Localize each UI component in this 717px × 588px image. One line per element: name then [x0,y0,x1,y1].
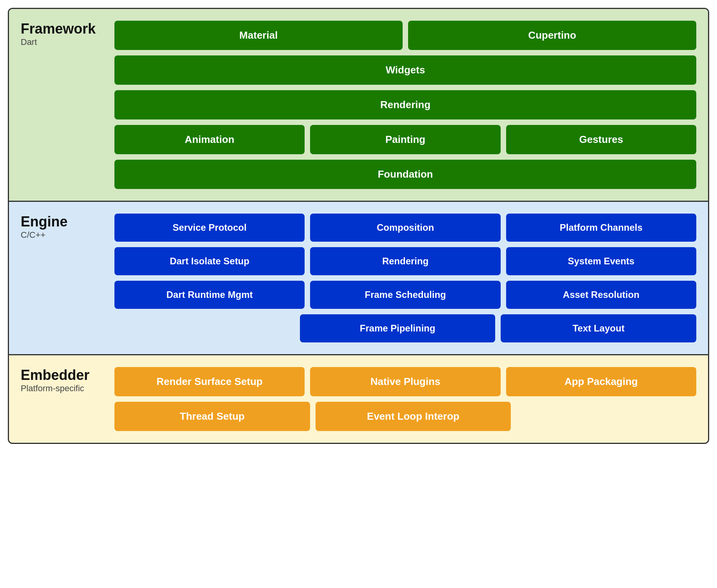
foundation-button[interactable]: Foundation [114,160,696,189]
engine-row-2: Dart Isolate Setup Rendering System Even… [114,247,696,275]
rendering-fw-button[interactable]: Rendering [114,90,696,119]
thread-setup-button[interactable]: Thread Setup [114,402,310,431]
service-protocol-button[interactable]: Service Protocol [114,214,305,242]
embedder-row-2: Thread Setup Event Loop Interop [114,402,696,431]
embedder-content: Render Surface Setup Native Plugins App … [114,367,696,431]
framework-title: Framework [21,21,107,37]
framework-content: Material Cupertino Widgets Rendering Ani… [114,21,696,189]
engine-label: Engine C/C++ [21,214,107,240]
engine-subtitle: C/C++ [21,230,107,240]
event-loop-interop-button[interactable]: Event Loop Interop [316,402,511,431]
engine-row4-spacer [114,314,294,342]
material-button[interactable]: Material [114,21,403,50]
embedder-row2-spacer [516,402,696,431]
frame-pipelining-button[interactable]: Frame Pipelining [300,314,496,342]
engine-content: Service Protocol Composition Platform Ch… [114,214,696,342]
system-events-button[interactable]: System Events [506,247,696,275]
framework-subtitle: Dart [21,37,107,47]
embedder-label: Embedder Platform-specific [21,367,107,394]
framework-row-3: Rendering [114,90,696,119]
framework-section: Framework Dart Material Cupertino Widget… [9,9,708,202]
native-plugins-button[interactable]: Native Plugins [310,367,500,396]
frame-scheduling-button[interactable]: Frame Scheduling [310,281,500,309]
platform-channels-button[interactable]: Platform Channels [506,214,696,242]
gestures-button[interactable]: Gestures [506,125,696,154]
framework-row-2: Widgets [114,55,696,85]
animation-button[interactable]: Animation [114,125,305,154]
painting-button[interactable]: Painting [310,125,500,154]
engine-row-1: Service Protocol Composition Platform Ch… [114,214,696,242]
asset-resolution-button[interactable]: Asset Resolution [506,281,696,309]
engine-row-4: Frame Pipelining Text Layout [114,314,696,342]
composition-button[interactable]: Composition [310,214,500,242]
embedder-title: Embedder [21,367,107,383]
cupertino-button[interactable]: Cupertino [408,21,696,50]
framework-row-4: Animation Painting Gestures [114,125,696,154]
architecture-diagram: Framework Dart Material Cupertino Widget… [8,8,709,444]
framework-row-1: Material Cupertino [114,21,696,50]
embedder-row-1: Render Surface Setup Native Plugins App … [114,367,696,396]
embedder-section: Embedder Platform-specific Render Surfac… [9,355,708,443]
embedder-subtitle: Platform-specific [21,383,107,394]
dart-runtime-mgmt-button[interactable]: Dart Runtime Mgmt [114,281,305,309]
framework-row-5: Foundation [114,160,696,189]
framework-label: Framework Dart [21,21,107,47]
app-packaging-button[interactable]: App Packaging [506,367,696,396]
engine-title: Engine [21,214,107,230]
render-surface-setup-button[interactable]: Render Surface Setup [114,367,305,396]
dart-isolate-setup-button[interactable]: Dart Isolate Setup [114,247,305,275]
widgets-button[interactable]: Widgets [114,55,696,85]
rendering-engine-button[interactable]: Rendering [310,247,500,275]
text-layout-button[interactable]: Text Layout [501,314,696,342]
engine-row-3: Dart Runtime Mgmt Frame Scheduling Asset… [114,281,696,309]
engine-section: Engine C/C++ Service Protocol Compositio… [9,202,708,355]
